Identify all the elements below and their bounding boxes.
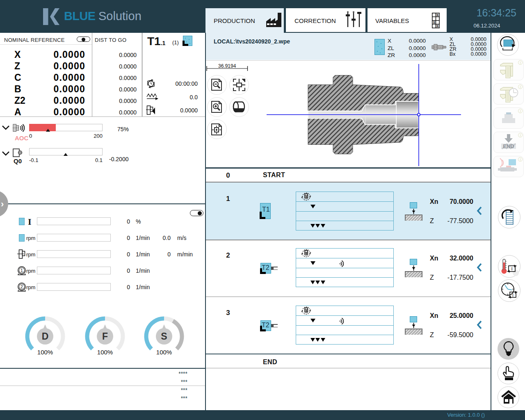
svg-text:F: F — [102, 331, 108, 342]
svg-text:1: 1 — [433, 21, 435, 24]
svg-text:1: 1 — [21, 268, 23, 273]
svg-text:1: 1 — [437, 24, 438, 28]
svg-text:D: D — [41, 331, 48, 342]
svg-text:1: 1 — [437, 13, 438, 17]
svg-text:S: S — [161, 331, 167, 342]
svg-text:I: I — [511, 266, 513, 271]
svg-text:END: END — [503, 143, 514, 149]
svg-text:I: I — [512, 293, 514, 297]
svg-text:2: 2 — [21, 284, 23, 289]
